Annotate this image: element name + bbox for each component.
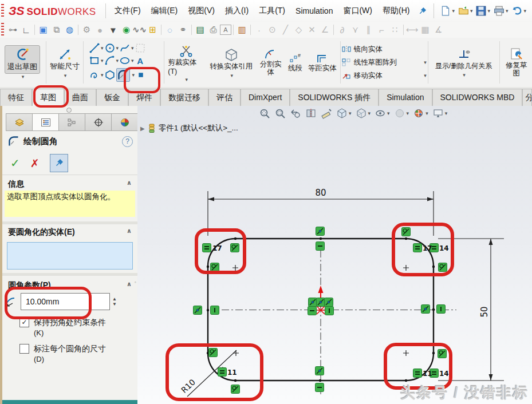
midpoint-relation-icon[interactable] bbox=[316, 227, 325, 236]
caret-icon[interactable]: ▾ bbox=[387, 110, 390, 116]
hide-show-items-icon[interactable]: ▾ bbox=[375, 108, 390, 119]
view-orientation-icon[interactable]: ▾ bbox=[336, 108, 352, 119]
new-document-button[interactable]: ▾ bbox=[440, 6, 455, 16]
dim-width-text[interactable]: 80 bbox=[315, 188, 326, 198]
caret-icon[interactable]: ▾ bbox=[470, 8, 473, 14]
tree-expand-icon[interactable]: ▶ bbox=[140, 125, 145, 132]
menu-edit[interactable]: 编辑(E) bbox=[146, 6, 183, 16]
segment-button[interactable]: # 线段 bbox=[286, 51, 305, 74]
apply-scene-icon[interactable]: ▾ bbox=[413, 108, 428, 119]
freeform-spline-button[interactable]: ▾ bbox=[89, 70, 104, 80]
menu-window[interactable]: 窗口(W) bbox=[338, 6, 377, 16]
relation-angle-icon[interactable]: ∠ bbox=[318, 23, 332, 36]
excel-export-icon[interactable]: ▤ bbox=[194, 23, 207, 36]
undo-button[interactable]: ▾ bbox=[512, 6, 527, 16]
keep-corners-checkbox[interactable]: ✓ bbox=[19, 318, 29, 327]
dimxpert-manager-tab[interactable] bbox=[85, 113, 112, 131]
measure-angle-icon[interactable]: ∡ bbox=[432, 23, 445, 36]
polygon-tool-button[interactable] bbox=[105, 70, 115, 80]
fastener-icon[interactable]: ⊶ bbox=[6, 23, 19, 36]
view-settings-icon[interactable]: ▾ bbox=[432, 108, 448, 119]
pin-marker-icon[interactable]: ◉ bbox=[120, 23, 133, 36]
trim-entities-button[interactable]: 剪裁实体(T) bbox=[165, 43, 206, 77]
coincident-relation-icon[interactable] bbox=[316, 242, 325, 251]
flyout-feature-tree[interactable]: ▶ 零件1 (默认<<默认>_... bbox=[140, 123, 238, 133]
panel-scroll-knob[interactable]: ◦ bbox=[135, 279, 136, 285]
caret-icon[interactable]: ▾ bbox=[116, 45, 119, 51]
toolbar-grip[interactable] bbox=[1, 23, 4, 37]
tab-mbd[interactable]: SOLIDWORKS MBD bbox=[432, 89, 523, 106]
cancel-button[interactable]: ✗ bbox=[30, 157, 40, 170]
ellipse-tool-button[interactable]: ▾ bbox=[120, 56, 134, 66]
toolbar-grip[interactable] bbox=[1, 4, 4, 18]
coupling-icon[interactable]: ⊞ bbox=[146, 23, 159, 36]
funnel-icon[interactable]: ▼ bbox=[107, 23, 120, 36]
zoom-area-icon[interactable] bbox=[274, 108, 286, 119]
equal-relation-icon[interactable] bbox=[413, 244, 422, 252]
tangent-relation-icon[interactable] bbox=[231, 385, 240, 394]
save-button[interactable]: ▾ bbox=[476, 6, 490, 16]
tab-addins[interactable]: SOLIDWORKS 插件 bbox=[290, 89, 379, 106]
spline-tool-button[interactable]: ▾ bbox=[120, 43, 134, 53]
dimension-icon[interactable]: ⟷ bbox=[405, 23, 419, 36]
caret-icon[interactable]: ▾ bbox=[424, 73, 427, 78]
relation-perpendicular-icon[interactable]: ⌐ bbox=[375, 23, 388, 36]
caret-icon[interactable]: ▾ bbox=[349, 110, 352, 116]
spinner-up-icon[interactable]: ▲ bbox=[112, 296, 117, 302]
convert-entities-button[interactable]: 转换实体引用 bbox=[207, 47, 255, 73]
property-manager-tab[interactable] bbox=[32, 113, 59, 131]
caret-icon[interactable]: ▾ bbox=[64, 73, 67, 78]
tab-weldments[interactable]: 焊件 bbox=[128, 89, 160, 106]
tab-clipped[interactable]: 分 bbox=[522, 89, 532, 106]
gear-icon[interactable]: ⚙ bbox=[80, 23, 93, 36]
caret-icon[interactable]: ▾ bbox=[487, 8, 490, 14]
arc-tool-button[interactable]: ▾ bbox=[105, 56, 119, 66]
caret-icon[interactable]: ▾ bbox=[368, 110, 371, 116]
caret-icon[interactable]: ▾ bbox=[524, 8, 527, 14]
text-tool-button[interactable]: A bbox=[135, 56, 145, 66]
tab-sheet-metal[interactable]: 钣金 bbox=[96, 89, 128, 106]
chevron-up-icon[interactable]: ∧ bbox=[127, 227, 132, 237]
move-entities-button[interactable]: 移动实体 ▾ bbox=[342, 70, 427, 82]
help-icon[interactable]: ? bbox=[122, 136, 133, 147]
vertical-relation-icon[interactable] bbox=[437, 305, 446, 314]
caret-icon[interactable]: ▾ bbox=[101, 58, 104, 64]
exit-sketch-button[interactable]: 退出草图 bbox=[5, 45, 40, 74]
tab-data-migration[interactable]: 数据迁移 bbox=[160, 89, 208, 106]
grid-icon[interactable]: ▦ bbox=[419, 23, 432, 36]
tab-sketch[interactable]: 草图 bbox=[32, 89, 64, 106]
rectangle-tool-button[interactable]: ▾ bbox=[89, 56, 104, 66]
tangent-relation-icon[interactable] bbox=[402, 228, 411, 236]
sketch-fillet-button[interactable] bbox=[116, 68, 130, 82]
radius-spinner[interactable]: ▲▼ bbox=[112, 296, 117, 307]
entities-selection-box[interactable] bbox=[7, 242, 133, 270]
caret-icon[interactable]: ▾ bbox=[101, 72, 104, 78]
previous-view-icon[interactable] bbox=[290, 108, 301, 119]
notebook-icon[interactable]: ▥ bbox=[235, 23, 249, 36]
relation-circle-icon[interactable]: ⊙ bbox=[266, 23, 279, 36]
search-icon[interactable]: ◌ bbox=[163, 23, 176, 36]
caret-icon[interactable]: ▾ bbox=[506, 8, 509, 14]
caret-icon[interactable]: ▾ bbox=[101, 45, 104, 51]
tab-features[interactable]: 特征 bbox=[0, 89, 32, 106]
menu-pin-icon[interactable] bbox=[418, 7, 427, 15]
spring-icon[interactable]: ∿∿ bbox=[133, 23, 146, 36]
fillet-radius-input[interactable]: 10.00mm bbox=[21, 293, 110, 310]
relation-merge-icon[interactable]: ⋎ bbox=[349, 23, 362, 36]
tangent-relation-icon[interactable] bbox=[209, 348, 218, 357]
keep-visible-pin-button[interactable] bbox=[50, 154, 68, 172]
params-section-header[interactable]: 圆角参数(P) ∧ bbox=[8, 280, 132, 291]
binoculars-icon[interactable]: ⚭ bbox=[176, 23, 190, 36]
dim-height-text[interactable]: 50 bbox=[479, 306, 490, 317]
line-tool-button[interactable]: ▾ bbox=[89, 43, 104, 53]
caret-icon[interactable]: ▾ bbox=[425, 110, 428, 116]
menu-simulation[interactable]: Simulation bbox=[290, 6, 338, 15]
caret-icon[interactable]: ▾ bbox=[22, 74, 25, 80]
midpoint-relation-icon[interactable] bbox=[194, 306, 202, 315]
equal-relation-icon[interactable] bbox=[203, 244, 211, 252]
menu-file[interactable]: 文件(F) bbox=[109, 6, 146, 16]
dim-radius-text[interactable]: R10 bbox=[179, 378, 197, 395]
tab-simulation[interactable]: Simulation bbox=[379, 89, 432, 106]
menu-insert[interactable]: 插入(I) bbox=[220, 6, 254, 16]
tree-item-label[interactable]: 零件1 (默认<<默认>_... bbox=[159, 123, 238, 133]
